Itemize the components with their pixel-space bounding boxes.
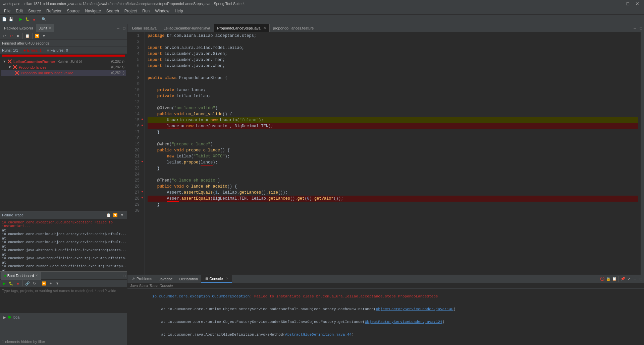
trace-line-3[interactable]: at io.cucumber.java.AbstractGlueDefiniti… [1,245,126,253]
console-line-4: at io.cucumber.java.JavaStepDefinition.e… [130,341,641,345]
tab-propondo-steps[interactable]: PropondoLanceSteps.java ✕ [214,24,270,32]
console-close[interactable]: ✕ [226,277,228,280]
toolbar-debug-btn[interactable]: 🐛 [24,16,31,22]
code-line-26: public void o_lance_eh_aceito() { [148,184,638,190]
boot-search-field: Type tags, projects, or working set name… [0,287,127,313]
console-line-3: at io.cucumber.java.AbstractGlueDefiniti… [130,328,641,341]
boot-menu-btn[interactable]: ▼ [54,280,60,286]
console-pin-btn[interactable]: 📌 [620,276,626,282]
editor-panel-min[interactable]: ─ [632,25,638,31]
trace-line-4[interactable]: at io.cucumber.java.JavaStepDefinition.e… [1,253,126,261]
code-line-25: @Then("o lance eh aceito") [148,178,638,184]
left-panel-max-btn[interactable]: □ [121,25,127,31]
menu-source2[interactable]: Source [64,8,82,14]
junit-rerun-btn[interactable]: ↩ [1,33,7,39]
tab-propondo-close[interactable]: ✕ [263,26,266,30]
editor-tabs: LeilaoTest.java LeilaoCucumberRunner.jav… [127,24,644,32]
editor-panel-max[interactable]: □ [638,25,644,31]
code-editor[interactable]: package br.com.alura.leilao.acceptance.s… [145,32,641,275]
console-content[interactable]: io.cucumber.core.exception.CucumberExcep… [127,289,644,345]
toolbar-stop-btn[interactable]: ■ [31,16,37,22]
title-bar: workspace - leilao 1821-bdd-cucumber-jav… [0,0,644,7]
toolbar-new-btn[interactable]: 📄 [1,16,7,22]
error-marker-16: ● [141,123,143,127]
boot-panel-min[interactable]: ─ [115,273,121,279]
toolbar-run-btn[interactable]: ▶ [18,16,24,22]
menu-refactor[interactable]: Refactor [44,8,64,14]
toolbar-search-btn[interactable]: 🔍 [41,16,47,22]
tab-leilao-runner[interactable]: LeilaoCucumberRunner.java [160,24,214,32]
failure-trace-filter-btn[interactable]: 🔽 [112,212,118,218]
code-line-10: private Lance lance; [148,87,638,93]
menu-window[interactable]: Window [152,8,172,14]
boot-new-btn[interactable]: + [48,280,54,286]
console-clear-btn[interactable]: 🚫 [599,276,605,282]
toolbar-save-btn[interactable]: 💾 [8,16,14,22]
tab-console[interactable]: 🖥 Console ✕ [201,275,231,283]
boot-local-item[interactable]: ▶ local [1,314,126,320]
menu-help[interactable]: Help [172,8,186,14]
console-max-btn[interactable]: □ [638,276,644,282]
trace-line-0[interactable]: io.cucumber.core.exception.CucumberExcep… [1,220,126,228]
trace-line-2[interactable]: at io.cucumber.core.runtime.ObjectFactor… [1,236,126,245]
junit-test-item[interactable]: ❌ Propondo um unico lance valido (0,282 … [1,70,126,76]
code-line-23: } [148,165,638,171]
tab-leilao-test[interactable]: LeilaoTest.java [129,24,160,32]
trace-line-5[interactable]: at io.cucumber.core.runner.CoreStepDefin… [1,261,126,269]
tab-feature[interactable]: propondo_lances.feature [270,24,318,32]
junit-menu-btn[interactable]: ▼ [41,33,47,39]
tab-problems[interactable]: ⚠ Problems [129,275,156,283]
tab-javadoc[interactable]: Javadoc [156,275,176,283]
line-numbers: 1 2 3 4 5 6 7 8 9 10 11 12 13 14 15 16 1… [127,32,141,275]
boot-open-btn[interactable]: 🔗 [24,280,31,286]
trace-line-6[interactable]: at io.cucumber.core.runner.PickleStepDef… [1,269,126,271]
close-button[interactable]: ✕ [633,1,641,6]
boot-dashboard-close[interactable]: ✕ [35,274,38,277]
menu-run[interactable]: Run [140,8,152,14]
code-line-12 [148,99,638,105]
menu-search[interactable]: Search [104,8,122,14]
window-controls: ─ □ ✕ [615,1,641,6]
tab-package-explorer[interactable]: Package Explorer [1,24,36,32]
console-open-btn[interactable]: ↗ [626,276,632,282]
boot-run-btn[interactable]: ▶ [1,280,7,286]
junit-stop-btn[interactable]: ■ [15,33,21,39]
code-line-7 [148,69,638,75]
junit-counts: Runs: 1/1 ■ Errors: 1 ■ Failures: 0 [0,47,127,54]
failure-trace-menu-btn[interactable]: ▼ [119,212,125,218]
boot-refresh-btn[interactable]: ↻ [31,280,37,286]
code-line-18 [148,135,638,141]
menu-file[interactable]: File [1,8,13,14]
boot-filter-btn[interactable]: 🔽 [41,280,47,286]
console-copy-btn[interactable]: 📋 [611,276,618,282]
junit-filter-btn[interactable]: 🔽 [34,33,40,39]
console-min-btn[interactable]: ─ [632,276,638,282]
toolbar: 📄 💾 ▶ 🐛 ■ 🔍 [0,15,644,24]
boot-debug-btn[interactable]: 🐛 [8,280,14,286]
code-line-1: package br.com.alura.leilao.acceptance.s… [148,33,638,39]
editor-scrollbar[interactable] [641,32,644,275]
tab-declaration[interactable]: Declaration [176,275,202,283]
code-line-4: import io.cucumber.java.en.Given; [148,51,638,57]
trace-line-1[interactable]: at io.cucumber.core.runtime.ObjectFactor… [1,228,126,236]
menu-source[interactable]: Source [25,8,44,14]
left-panel-min-btn[interactable]: ─ [115,25,121,31]
junit-runner-item[interactable]: ▼ ❌ LeilaoCucumberRunner [Runner: JUnit … [1,59,126,64]
menu-navigate[interactable]: Navigate [82,8,103,14]
console-scroll-lock-btn[interactable]: 🔒 [605,276,611,282]
maximize-button[interactable]: □ [625,1,631,6]
junit-history-btn[interactable]: 📋 [24,33,31,39]
junit-suite-item[interactable]: ▼ ❌ Propondo lances (0,282 s) [1,64,126,70]
junit-tab-close[interactable]: ✕ [49,26,51,30]
minimize-button[interactable]: ─ [615,1,623,6]
boot-stop-btn[interactable]: ■ [15,280,21,286]
tab-boot-dashboard[interactable]: ● Boot Dashboard ✕ [1,272,41,280]
boot-panel-max[interactable]: □ [121,273,127,279]
code-line-13: @Given("um lance valido") [148,105,638,111]
menu-project[interactable]: Project [122,8,140,14]
code-line-15: Usuario usuario = new Usuario("fulano"); [148,117,638,123]
tab-junit[interactable]: JUnit ✕ [36,24,54,32]
failure-trace-copy-btn[interactable]: 📋 [106,212,112,218]
menu-edit[interactable]: Edit [13,8,25,14]
junit-rerun-failed-btn[interactable]: ↩ [8,33,14,39]
